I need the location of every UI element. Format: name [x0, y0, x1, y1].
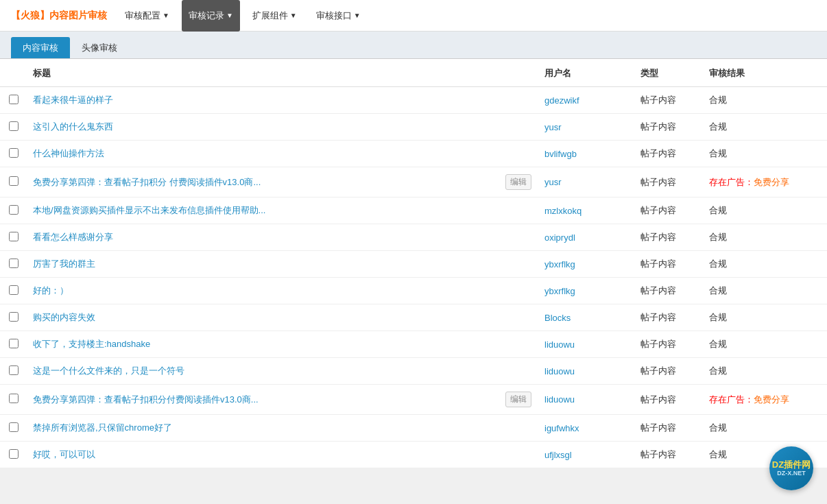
table-row: 看看怎么样感谢分享oxiprydl帖子内容合规 — [0, 224, 827, 251]
row-result: 合规 — [704, 224, 827, 251]
row-title-link[interactable]: 本地/网盘资源购买插件显示不出来发布信息插件使用帮助... — [33, 205, 265, 215]
row-username[interactable]: liduowu — [544, 339, 575, 350]
nav-extend-component[interactable]: 扩展组件 ▼ — [245, 0, 304, 32]
row-username[interactable]: gdezwikf — [544, 95, 579, 106]
row-result: 合规 — [704, 415, 827, 442]
row-checkbox[interactable] — [9, 285, 19, 295]
row-username[interactable]: ybxrflkg — [544, 259, 575, 269]
row-result: 合规 — [704, 251, 827, 278]
row-title-link[interactable]: 购买的内容失效 — [33, 312, 95, 322]
table-row: 收下了，支持楼主:handshakeliduowu帖子内容合规 — [0, 331, 827, 358]
dz-badge-top: DZ插件网 — [772, 459, 811, 468]
row-type: 帖子内容 — [635, 197, 704, 224]
nav-audit-record[interactable]: 审核记录 ▼ — [182, 0, 240, 32]
row-title-link[interactable]: 厉害了我的群主 — [33, 259, 95, 269]
nav-audit-config[interactable]: 审核配置 ▼ — [118, 0, 176, 32]
row-checkbox[interactable] — [9, 259, 19, 268]
site-title: 【火狼】内容图片审核 — [11, 10, 107, 22]
row-checkbox[interactable] — [9, 95, 19, 104]
row-result-ad-share: 免费分享 — [754, 177, 789, 187]
row-username[interactable]: oxiprydl — [544, 232, 575, 243]
row-result: 合规 — [704, 87, 827, 114]
table-row: 本地/网盘资源购买插件显示不出来发布信息插件使用帮助...mzlxkokq帖子内… — [0, 197, 827, 224]
nav-audit-config-arrow: ▼ — [163, 12, 169, 19]
row-type: 帖子内容 — [635, 278, 704, 304]
row-result: 存在广告：免费分享 — [704, 385, 827, 415]
tab-content-review[interactable]: 内容审核 — [11, 37, 70, 58]
table-row: 厉害了我的群主ybxrflkg帖子内容合规 — [0, 251, 827, 278]
row-type: 帖子内容 — [635, 304, 704, 331]
table-row: 购买的内容失效Blocks帖子内容合规 — [0, 304, 827, 331]
row-title-link[interactable]: 收下了，支持楼主:handshake — [33, 339, 150, 349]
top-nav: 【火狼】内容图片审核 审核配置 ▼ 审核记录 ▼ 扩展组件 ▼ 审核接口 ▼ — [0, 0, 827, 32]
row-edit-button[interactable]: 编辑 — [505, 392, 531, 407]
row-title-link[interactable]: 免费分享第四弹：查看帖子扣积分 付费阅读插件v13.0商... — [33, 177, 261, 187]
row-edit-button[interactable]: 编辑 — [505, 174, 531, 190]
table-row: 免费分享第四弹：查看帖子扣积分付费阅读插件v13.0商...编辑liduowu帖… — [0, 385, 827, 415]
nav-audit-record-arrow: ▼ — [226, 12, 233, 19]
row-title-link[interactable]: 看看怎么样感谢分享 — [33, 232, 113, 242]
col-header-checkbox — [0, 59, 27, 87]
row-title-link[interactable]: 好的：） — [33, 285, 69, 296]
row-result: 合规 — [704, 114, 827, 141]
row-title-link[interactable]: 禁掉所有浏览器,只保留chrome好了 — [33, 422, 172, 433]
table-row: 免费分享第四弹：查看帖子扣积分 付费阅读插件v13.0商...编辑yusr帖子内… — [0, 167, 827, 197]
row-checkbox[interactable] — [9, 205, 19, 215]
table-row: 这是一个什么文件来的，只是一个符号liduowu帖子内容合规 — [0, 358, 827, 385]
row-checkbox[interactable] — [9, 232, 19, 241]
nav-audit-api[interactable]: 审核接口 ▼ — [309, 0, 368, 32]
row-result: 存在广告：免费分享 — [704, 167, 827, 197]
row-username[interactable]: ybxrflkg — [544, 286, 575, 296]
table-row: 好的：）ybxrflkg帖子内容合规 — [0, 278, 827, 304]
col-header-title: 标题 — [27, 59, 498, 87]
row-checkbox[interactable] — [9, 148, 19, 158]
row-result: 合规 — [704, 358, 827, 385]
col-header-username: 用户名 — [539, 59, 635, 87]
row-checkbox[interactable] — [9, 422, 19, 432]
row-title-link[interactable]: 什么神仙操作方法 — [33, 148, 104, 158]
row-type: 帖子内容 — [635, 87, 704, 114]
row-username[interactable]: mzlxkokq — [544, 206, 582, 216]
row-result-ad-label: 存在广告： — [709, 394, 754, 405]
nav-audit-api-arrow: ▼ — [354, 12, 361, 19]
col-header-type: 类型 — [635, 59, 704, 87]
row-type: 帖子内容 — [635, 331, 704, 358]
row-checkbox[interactable] — [9, 394, 19, 403]
row-result: 合规 — [704, 197, 827, 224]
row-checkbox[interactable] — [9, 312, 19, 322]
row-username[interactable]: yusr — [544, 177, 562, 187]
row-type: 帖子内容 — [635, 358, 704, 385]
row-username[interactable]: yusr — [544, 122, 562, 132]
row-username[interactable]: igufwhkx — [544, 423, 579, 433]
row-type: 帖子内容 — [635, 442, 704, 468]
tab-avatar-review[interactable]: 头像审核 — [70, 37, 129, 58]
tab-bar: 内容审核 头像审核 — [0, 32, 827, 59]
row-checkbox[interactable] — [9, 121, 19, 131]
row-result: 合规 — [704, 331, 827, 358]
table-header-row: 标题 用户名 类型 审核结果 — [0, 59, 827, 87]
row-type: 帖子内容 — [635, 141, 704, 167]
row-username[interactable]: bvlifwgb — [544, 149, 577, 159]
row-username[interactable]: Blocks — [544, 313, 571, 323]
row-username[interactable]: ufjlxsgl — [544, 450, 572, 460]
row-checkbox[interactable] — [9, 176, 19, 186]
table-row: 好哎，可以可以ufjlxsgl帖子内容合规 — [0, 442, 827, 468]
row-checkbox[interactable] — [9, 339, 19, 348]
row-username[interactable]: liduowu — [544, 366, 575, 376]
col-header-edit — [498, 59, 539, 87]
row-result: 合规 — [704, 141, 827, 167]
row-title-link[interactable]: 免费分享第四弹：查看帖子扣积分付费阅读插件v13.0商... — [33, 394, 259, 405]
row-type: 帖子内容 — [635, 385, 704, 415]
row-type: 帖子内容 — [635, 251, 704, 278]
row-title-link[interactable]: 好哎，可以可以 — [33, 449, 95, 459]
row-checkbox[interactable] — [9, 449, 19, 459]
row-username[interactable]: liduowu — [544, 394, 575, 405]
col-header-result: 审核结果 — [704, 59, 827, 87]
row-type: 帖子内容 — [635, 114, 704, 141]
row-checkbox[interactable] — [9, 365, 19, 375]
row-result: 合规 — [704, 304, 827, 331]
row-title-link[interactable]: 看起来很牛逼的样子 — [33, 95, 113, 105]
row-title-link[interactable]: 这引入的什么鬼东西 — [33, 121, 113, 132]
table-row: 看起来很牛逼的样子gdezwikf帖子内容合规 — [0, 87, 827, 114]
row-title-link[interactable]: 这是一个什么文件来的，只是一个符号 — [33, 365, 184, 376]
